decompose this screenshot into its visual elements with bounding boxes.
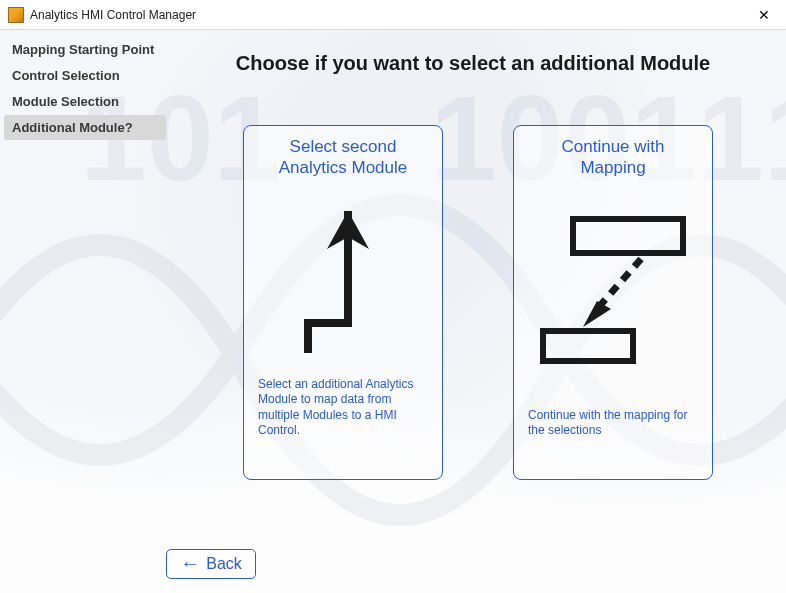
app-icon [8, 7, 24, 23]
sidebar-item-label: Module Selection [12, 94, 119, 109]
sidebar-item-label: Mapping Starting Point [12, 42, 154, 57]
sidebar-item-additional-module[interactable]: Additional Module? [4, 115, 166, 140]
window-title: Analytics HMI Control Manager [30, 8, 196, 22]
wizard-steps-sidebar: Mapping Starting Point Control Selection… [0, 30, 170, 141]
card-description: Continue with the mapping for the select… [528, 408, 698, 439]
sidebar-item-label: Additional Module? [12, 120, 133, 135]
mapping-arrow-icon [533, 192, 693, 396]
close-icon[interactable]: ✕ [752, 7, 776, 23]
svg-rect-4 [543, 331, 633, 361]
sidebar-item-label: Control Selection [12, 68, 120, 83]
sidebar-item-module-selection[interactable]: Module Selection [4, 89, 166, 114]
branch-up-icon [283, 192, 403, 365]
sidebar-item-mapping-starting-point[interactable]: Mapping Starting Point [4, 37, 166, 62]
card-description: Select an additional Analytics Module to… [258, 377, 428, 439]
svg-line-5 [597, 259, 641, 309]
card-continue-mapping[interactable]: Continue with Mapping Continue with the … [513, 125, 713, 480]
sidebar-item-control-selection[interactable]: Control Selection [4, 63, 166, 88]
page-heading: Choose if you want to select an addition… [170, 52, 786, 75]
svg-rect-3 [573, 219, 683, 253]
card-title: Continue with Mapping [528, 136, 698, 180]
card-select-second-module[interactable]: Select second Analytics Module Select an… [243, 125, 443, 480]
title-bar: Analytics HMI Control Manager ✕ [0, 0, 786, 30]
svg-marker-6 [583, 301, 611, 327]
card-title: Select second Analytics Module [258, 136, 428, 180]
